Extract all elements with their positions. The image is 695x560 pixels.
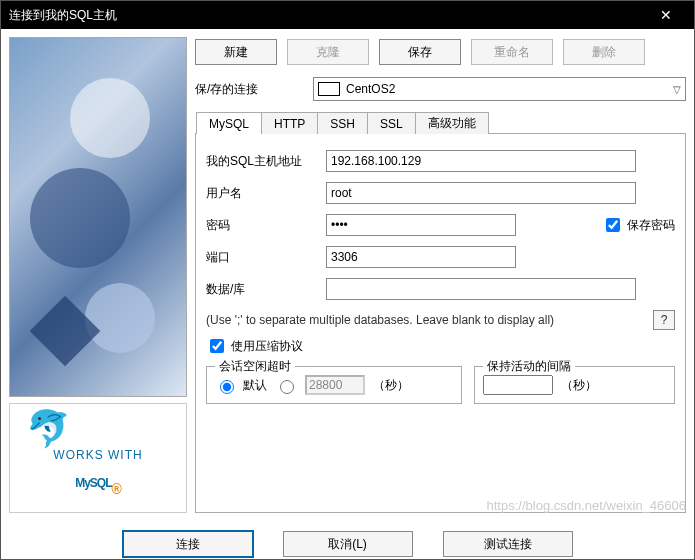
tab-advanced[interactable]: 高级功能 (415, 112, 489, 134)
main-panel: 新建 克隆 保存 重命名 删除 保/存的连接 CentOS2 ▽ MySQL H… (195, 37, 686, 513)
port-input[interactable] (326, 246, 516, 268)
default-radio-label: 默认 (243, 377, 267, 394)
host-label: 我的SQL主机地址 (206, 153, 326, 170)
keepalive-fieldset: 保持活动的间隔 （秒） (474, 366, 675, 404)
password-label: 密码 (206, 217, 326, 234)
port-label: 端口 (206, 249, 326, 266)
close-icon[interactable]: ✕ (646, 7, 686, 23)
save-password-label: 保存密码 (627, 217, 675, 234)
timeout-seconds-label: （秒） (373, 377, 409, 394)
sidebar: 🐬 WORKS WITH MySQL® (9, 37, 187, 513)
tab-bar: MySQL HTTP SSH SSL 高级功能 (196, 112, 488, 134)
logo-mysql-text: MySQL® (75, 462, 121, 497)
timeout-input[interactable] (305, 375, 365, 395)
session-timeout-legend: 会话空闲超时 (215, 358, 295, 375)
chevron-down-icon: ▽ (673, 84, 681, 95)
dialog-window: 连接到我的SQL主机 ✕ 🐬 WORKS WITH MySQL® 新建 克隆 保… (0, 0, 695, 560)
tab-http[interactable]: HTTP (261, 112, 318, 134)
save-password-check-input[interactable] (606, 218, 620, 232)
user-label: 用户名 (206, 185, 326, 202)
password-input[interactable] (326, 214, 516, 236)
toolbar: 新建 克隆 保存 重命名 删除 (195, 37, 686, 71)
tab-mysql[interactable]: MySQL (196, 112, 262, 134)
keepalive-input[interactable] (483, 375, 553, 395)
custom-radio-input[interactable] (280, 380, 294, 394)
color-swatch (318, 82, 340, 96)
compress-checkbox[interactable]: 使用压缩协议 (206, 336, 675, 356)
custom-radio[interactable] (275, 377, 297, 394)
tab-ssh[interactable]: SSH (317, 112, 368, 134)
panel-body: 我的SQL主机地址 用户名 密码 保存密码 (206, 150, 675, 404)
database-hint: (Use ';' to separate multiple databases.… (206, 313, 554, 327)
default-radio[interactable]: 默认 (215, 377, 267, 394)
window-title: 连接到我的SQL主机 (9, 7, 117, 24)
delete-button[interactable]: 删除 (563, 39, 645, 65)
connect-button[interactable]: 连接 (123, 531, 253, 557)
tab-ssl[interactable]: SSL (367, 112, 416, 134)
saved-connection-value: CentOS2 (346, 82, 395, 96)
mysql-logo: 🐬 WORKS WITH MySQL® (9, 403, 187, 513)
decorative-image (9, 37, 187, 397)
content-area: 🐬 WORKS WITH MySQL® 新建 克隆 保存 重命名 删除 保/存的… (1, 29, 694, 521)
compress-label: 使用压缩协议 (231, 338, 303, 355)
database-input[interactable] (326, 278, 636, 300)
saved-connection-row: 保/存的连接 CentOS2 ▽ (195, 77, 686, 101)
test-connection-button[interactable]: 测试连接 (443, 531, 573, 557)
host-input[interactable] (326, 150, 636, 172)
database-hint-row: (Use ';' to separate multiple databases.… (206, 310, 675, 330)
new-button[interactable]: 新建 (195, 39, 277, 65)
session-settings-row: 会话空闲超时 默认 （秒） 保持活动的间隔 (206, 362, 675, 404)
saved-connection-label: 保/存的连接 (195, 81, 305, 98)
cancel-button[interactable]: 取消(L) (283, 531, 413, 557)
titlebar: 连接到我的SQL主机 ✕ (1, 1, 694, 29)
rename-button[interactable]: 重命名 (471, 39, 553, 65)
database-label: 数据/库 (206, 281, 326, 298)
user-input[interactable] (326, 182, 636, 204)
default-radio-input[interactable] (220, 380, 234, 394)
config-panel: MySQL HTTP SSH SSL 高级功能 我的SQL主机地址 用户名 (195, 133, 686, 513)
session-timeout-fieldset: 会话空闲超时 默认 （秒） (206, 366, 462, 404)
dolphin-icon: 🐬 (26, 408, 71, 450)
compress-check-input[interactable] (210, 339, 224, 353)
keepalive-seconds-label: （秒） (561, 377, 597, 394)
keepalive-legend: 保持活动的间隔 (483, 358, 575, 375)
footer: 连接 取消(L) 测试连接 (1, 521, 694, 560)
saved-connection-combo[interactable]: CentOS2 ▽ (313, 77, 686, 101)
help-button[interactable]: ? (653, 310, 675, 330)
save-button[interactable]: 保存 (379, 39, 461, 65)
clone-button[interactable]: 克隆 (287, 39, 369, 65)
save-password-checkbox[interactable]: 保存密码 (602, 215, 675, 235)
